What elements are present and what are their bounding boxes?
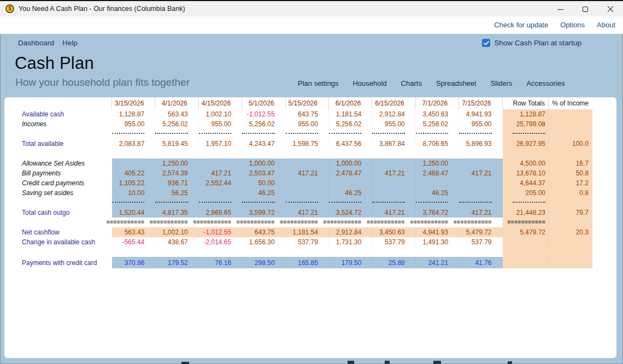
dashed-rule xyxy=(199,202,231,203)
value-cell: -1,012.55 xyxy=(199,227,242,237)
separator-cell: =========== xyxy=(372,218,415,227)
value-cell xyxy=(372,188,415,198)
date-column-header: 3/15/2026 xyxy=(112,97,155,109)
value-cell xyxy=(416,178,459,188)
separator-cell: =========== xyxy=(286,218,329,227)
value-cell: 955.00 xyxy=(372,119,415,129)
value-cell: 5,256.02 xyxy=(242,119,285,129)
row-label: Total cash outgo xyxy=(10,209,112,216)
value-cell: 1,731.30 xyxy=(329,237,372,247)
tab-household[interactable]: Household xyxy=(352,79,386,87)
dashed-rule xyxy=(513,202,545,203)
value-cell: 5,256.02 xyxy=(416,119,459,129)
pct-cell: 17.2 xyxy=(549,178,592,188)
value-cell xyxy=(286,178,329,188)
dashed-rule xyxy=(112,202,144,203)
date-column-header: 5/15/2026 xyxy=(286,97,329,109)
value-cell: 1,181.54 xyxy=(329,109,372,119)
value-cell xyxy=(286,158,329,168)
value-cell xyxy=(372,178,415,188)
separator-cell xyxy=(329,129,372,139)
dashed-rule xyxy=(242,202,274,203)
tab-plan-settings[interactable]: Plan settings xyxy=(298,79,338,87)
double-separator-row: ========================================… xyxy=(10,218,595,227)
top-link-strip: Check for update Options About xyxy=(0,16,623,34)
double-rule: =========== xyxy=(367,220,405,225)
table-row: Saving set asides10.0056.2546.2546.2546.… xyxy=(10,188,595,198)
about-link[interactable]: About xyxy=(597,21,615,29)
pct-cell xyxy=(549,119,592,129)
row-total-cell xyxy=(503,257,549,268)
tab-spreadsheet[interactable]: Spreadsheet xyxy=(436,79,477,87)
date-column-header: 7/1/2026 xyxy=(416,97,459,109)
dashed-separator-row xyxy=(10,198,595,208)
separator-cell xyxy=(329,198,372,208)
pct-cell: 79.7 xyxy=(549,208,592,218)
value-cell: 10.00 xyxy=(112,188,155,198)
separator-cell: =========== xyxy=(503,218,549,227)
value-cell: 417.21 xyxy=(286,168,329,178)
separator-cell xyxy=(199,129,242,139)
value-cell: 4,941.93 xyxy=(459,109,502,119)
menu-help[interactable]: Help xyxy=(62,39,78,47)
check-for-update-link[interactable]: Check for update xyxy=(494,21,548,29)
dashed-rule xyxy=(372,133,404,134)
window-controls xyxy=(548,1,623,17)
value-cell: 3,764.72 xyxy=(416,208,459,218)
pct-cell xyxy=(549,257,592,268)
table-row: Incomes955.005,256.02955.005,256.02955.0… xyxy=(10,119,595,129)
value-cell: 563.43 xyxy=(112,227,155,237)
value-cell xyxy=(112,158,155,168)
table-row: Total available2,083.875,819.451,957.104… xyxy=(10,139,595,149)
maximize-button[interactable] xyxy=(573,1,598,17)
row-label: Allowance Set Asides xyxy=(10,160,112,167)
tab-charts[interactable]: Charts xyxy=(401,79,422,87)
options-link[interactable]: Options xyxy=(560,21,585,29)
dashed-rule xyxy=(155,202,187,203)
table-row: Net cashflow563.431,002.10-1,012.55643.7… xyxy=(10,227,595,237)
dashed-rule xyxy=(416,202,448,203)
value-cell: 2,552.44 xyxy=(199,178,242,188)
value-cell: 3,599.72 xyxy=(242,208,285,218)
value-cell: 643.75 xyxy=(286,109,329,119)
table-row: Bill payments405.222,574.39417.212,503.4… xyxy=(10,168,595,178)
value-cell: 241.21 xyxy=(416,257,459,268)
pct-cell: 0.8 xyxy=(549,188,592,198)
value-cell: 936.71 xyxy=(155,178,198,188)
value-cell: 417.21 xyxy=(459,208,502,218)
row-total-cell xyxy=(503,237,549,247)
clipped-text-fragment xyxy=(348,361,354,364)
menu-dashboard[interactable]: Dashboard xyxy=(18,39,54,47)
value-cell: 25.88 xyxy=(372,257,415,268)
double-rule: =========== xyxy=(280,220,318,225)
date-column-header: 7/15/2026 xyxy=(459,97,502,109)
dashed-rule xyxy=(329,202,361,203)
double-rule: =========== xyxy=(193,220,231,225)
tab-sliders[interactable]: Sliders xyxy=(491,79,513,87)
close-button[interactable] xyxy=(598,1,623,17)
show-cash-plan-at-startup-checkbox[interactable]: Show Cash Plan at startup xyxy=(482,39,581,47)
row-total-cell: 4,644.37 xyxy=(503,178,549,188)
double-rule: =========== xyxy=(107,220,145,225)
table-row: Credit card payments1,105.22936.712,552.… xyxy=(10,178,595,188)
tab-accessories[interactable]: Accessories xyxy=(526,79,565,87)
row-label: Incomes xyxy=(10,120,112,128)
dashed-rule xyxy=(459,133,491,134)
separator-cell xyxy=(155,198,198,208)
value-cell xyxy=(459,188,502,198)
value-cell: 417.21 xyxy=(199,168,242,178)
spacer-separator-row xyxy=(10,247,595,257)
value-cell xyxy=(372,158,415,168)
clipped-text-fragment xyxy=(433,361,441,364)
value-cell: 76.16 xyxy=(199,257,242,268)
separator-cell xyxy=(549,198,592,208)
clipped-text-fragment xyxy=(385,361,390,364)
minimize-button[interactable] xyxy=(548,1,573,17)
value-cell: 3,524.72 xyxy=(329,208,372,218)
value-cell: 1,250.00 xyxy=(416,158,459,168)
table-header-row: 3/15/20264/1/20264/15/20265/1/20265/15/2… xyxy=(10,97,595,109)
value-cell: 643.75 xyxy=(242,227,285,237)
maximize-icon xyxy=(583,7,588,12)
value-cell: 50.00 xyxy=(242,178,285,188)
value-cell: 46.25 xyxy=(242,188,285,198)
